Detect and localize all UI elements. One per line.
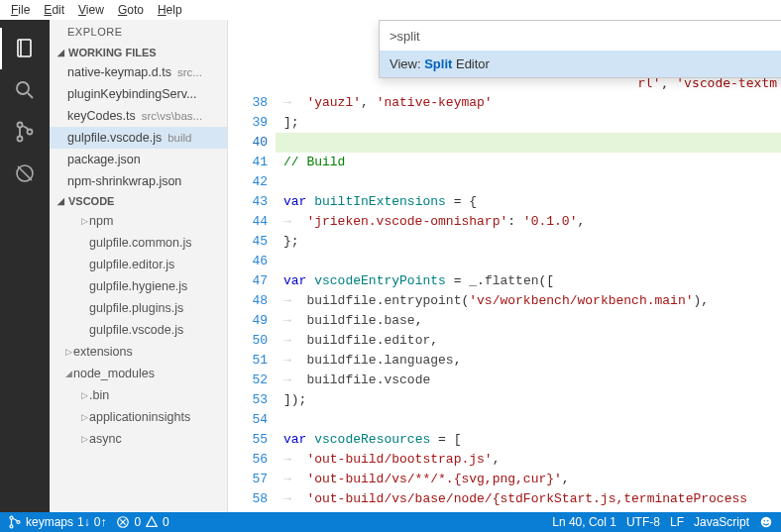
activity-git-icon[interactable] (0, 111, 50, 153)
menu-help[interactable]: Help (151, 1, 189, 19)
activity-search-icon[interactable] (0, 69, 50, 111)
working-file-item[interactable]: npm-shrinkwrap.json (50, 170, 227, 192)
command-palette: View: Split Editor Ctrl+^ (379, 20, 781, 78)
working-file-item[interactable]: keyCodes.tssrc\vs\bas... (50, 105, 227, 127)
status-encoding[interactable]: UTF-8 (626, 515, 660, 529)
svg-point-1 (17, 82, 29, 94)
status-git-branch[interactable]: keymaps 1↓ 0↑ (8, 515, 106, 529)
activity-explorer-icon[interactable] (0, 28, 50, 69)
svg-point-16 (763, 520, 765, 522)
status-language[interactable]: JavaScript (694, 515, 749, 529)
tree-folder[interactable]: ▷applicationinsights (50, 406, 227, 428)
qo-match: Split (424, 56, 452, 71)
working-file-item[interactable]: gulpfile.vscode.jsbuild (50, 127, 227, 149)
command-palette-result[interactable]: View: Split Editor Ctrl+^ (380, 51, 781, 77)
menu-view[interactable]: View (71, 1, 111, 19)
working-files-header[interactable]: ◢WORKING FILES (50, 44, 227, 61)
svg-point-17 (767, 520, 769, 522)
status-branch-label: keymaps (26, 515, 73, 529)
tree-folder[interactable]: ◢node_modules (50, 363, 227, 384)
menu-file[interactable]: File (4, 1, 37, 19)
svg-point-12 (10, 525, 13, 528)
tree-file[interactable]: gulpfile.editor.js (50, 254, 227, 275)
status-feedback-icon[interactable] (759, 515, 773, 529)
tree-file[interactable]: gulpfile.vscode.js (50, 319, 227, 341)
project-header[interactable]: ◢VSCODE (50, 192, 227, 210)
menubar: FileEditViewGotoHelp (0, 0, 781, 20)
svg-point-3 (18, 137, 23, 142)
tree-folder[interactable]: ▷extensions (50, 341, 227, 363)
sidebar-explorer: EXPLORE ◢WORKING FILES native-keymap.d.t… (50, 20, 228, 512)
svg-point-11 (10, 516, 13, 519)
tree-file[interactable]: gulpfile.hygiene.js (50, 275, 227, 297)
project-label: VSCODE (68, 195, 114, 207)
status-sync-up: 0↑ (94, 515, 107, 529)
tree-file[interactable]: gulpfile.plugins.js (50, 297, 227, 319)
editor-area: View: Split Editor Ctrl+^ 38394041424344… (228, 20, 781, 512)
command-palette-input[interactable] (380, 21, 781, 51)
tree-folder[interactable]: ▷async (50, 428, 227, 450)
status-sync-down: 1↓ (77, 515, 90, 529)
status-warnings: 0 (163, 515, 169, 529)
svg-point-4 (28, 130, 33, 135)
working-file-item[interactable]: package.json (50, 149, 227, 170)
menu-goto[interactable]: Goto (111, 1, 151, 19)
working-file-item[interactable]: native-keymap.d.tssrc... (50, 61, 227, 83)
status-bar: keymaps 1↓ 0↑ 0 0 Ln 40, Col 1 UTF-8 LF … (0, 512, 781, 532)
status-errors: 0 (134, 515, 141, 529)
tree-file[interactable]: gulpfile.common.js (50, 232, 227, 254)
status-cursor-position[interactable]: Ln 40, Col 1 (552, 515, 616, 529)
status-problems[interactable]: 0 0 (116, 515, 168, 529)
activity-debug-icon[interactable] (0, 153, 50, 194)
svg-point-15 (761, 517, 772, 528)
svg-point-2 (18, 123, 23, 128)
qo-prefix: View: (390, 56, 424, 71)
qo-suffix: Editor (452, 56, 490, 71)
sidebar-title: EXPLORE (50, 20, 227, 44)
working-files-label: WORKING FILES (68, 47, 157, 58)
svg-rect-0 (18, 40, 31, 56)
status-eol[interactable]: LF (670, 515, 684, 529)
code-editor[interactable]: 3839404142434445464748495051525354555657… (228, 20, 781, 512)
tree-folder[interactable]: ▷npm (50, 210, 227, 232)
tree-folder[interactable]: ▷.bin (50, 384, 227, 406)
working-file-item[interactable]: pluginKeybindingServ... (50, 83, 227, 105)
menu-edit[interactable]: Edit (37, 1, 71, 19)
activity-bar (0, 20, 50, 512)
